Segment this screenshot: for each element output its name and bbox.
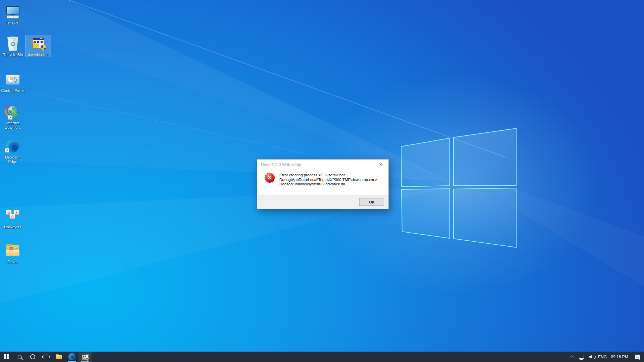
recycle-glyph: ♻ <box>7 40 19 48</box>
clock[interactable]: 09:16 PM <box>608 352 631 362</box>
icon-label: dxwebsetup <box>25 53 51 57</box>
volume-button[interactable] <box>586 352 596 362</box>
file-explorer-button[interactable] <box>52 352 65 362</box>
gear-icon: ⚙ <box>30 40 34 45</box>
dialog-titlebar[interactable]: DirectX 9.0 Web setup <box>257 160 388 170</box>
directx-setup-error-dialog: DirectX 9.0 Web setup × × Error creating… <box>257 159 389 209</box>
edge-icon: ↗ <box>0 138 25 154</box>
edge-taskbar-button[interactable] <box>65 352 78 362</box>
error-message: Error creating process <C:\Users\Phat Du… <box>279 173 379 187</box>
edge-icon <box>68 353 75 360</box>
desktop-icon-microsoft-edge[interactable]: ↗ Microsoft Edge <box>0 137 25 164</box>
desktop-icon-unikey[interactable]: u i n UniKeyNT <box>0 207 25 229</box>
action-center-icon <box>635 355 640 359</box>
action-center-button[interactable] <box>631 352 644 362</box>
desktop-wallpaper: This PC ♻ Recycle Bin ⚙ <box>0 0 644 362</box>
taskbar: ENG 09:16 PM <box>0 352 644 362</box>
close-icon[interactable]: × <box>373 160 388 169</box>
error-message-line: Error creating process <C:\Users\Phat <box>279 173 379 178</box>
icon-label: Internet Downlo... <box>0 121 25 130</box>
security-shield-icon <box>41 45 46 51</box>
search-button[interactable] <box>13 352 26 362</box>
ok-button[interactable]: OK <box>359 198 384 206</box>
windows-logo-icon <box>4 354 9 360</box>
icon-label: Recycle Bin <box>0 53 25 57</box>
installer-icon <box>82 353 88 361</box>
network-icon <box>579 355 584 359</box>
language-label: ENG <box>598 355 607 359</box>
cortana-button[interactable] <box>26 352 39 362</box>
start-button[interactable] <box>0 352 13 362</box>
icon-label: UniKeyNT <box>0 225 25 229</box>
control-panel-icon <box>0 71 25 87</box>
error-message-line: Reason: indows\system32\advpack.dll <box>279 182 379 187</box>
shortcut-arrow-icon: ↗ <box>5 148 9 153</box>
shortcut-arrow-icon: ↗ <box>8 115 12 120</box>
hidden-icons-button[interactable] <box>567 352 576 362</box>
network-button[interactable] <box>576 352 586 362</box>
dxwebsetup-icon: ⚙ <box>25 36 51 52</box>
keycap-n: n <box>9 214 15 219</box>
desktop-icon-recycle-bin[interactable]: ♻ Recycle Bin <box>0 35 25 57</box>
desktop-icon-dxwebsetup[interactable]: ⚙ dxwebsetup <box>25 35 51 57</box>
desktop-icon-this-pc[interactable]: This PC <box>0 3 25 25</box>
cortana-ring-icon <box>30 354 35 359</box>
desktop-icon-control-panel[interactable]: Control Panel <box>0 71 25 93</box>
dialog-title: DirectX 9.0 Web setup <box>261 162 301 167</box>
language-indicator[interactable]: ENG <box>596 352 608 362</box>
desktop-icon-driver[interactable]: ★ Driver <box>0 242 25 264</box>
sparkle-star-icon: ★ <box>14 246 18 251</box>
this-pc-icon <box>0 4 25 20</box>
search-icon <box>18 355 22 359</box>
task-view-icon <box>44 355 48 359</box>
idm-icon: ↗ <box>0 104 25 120</box>
folder-icon <box>56 354 62 359</box>
recycle-bin-icon: ♻ <box>0 36 25 52</box>
task-view-button[interactable] <box>39 352 52 362</box>
unikey-icon: u i n <box>0 208 25 224</box>
error-message-line: Duong\AppData\Local\Temp\IXP000.TMP\dxws… <box>279 178 379 182</box>
icon-label: Driver <box>0 260 25 264</box>
system-tray: ENG 09:16 PM <box>567 352 644 362</box>
time-label: 09:16 PM <box>611 355 628 359</box>
icon-label: Microsoft Edge <box>0 155 25 164</box>
dialog-footer: OK <box>257 195 388 209</box>
dxwebsetup-taskbar-button[interactable] <box>78 352 92 362</box>
desktop-icon-internet-download-manager[interactable]: ↗ Internet Downlo... <box>0 103 25 130</box>
driver-folder-icon: ★ <box>0 243 25 259</box>
error-icon: × <box>265 173 275 183</box>
icon-label: This PC <box>0 21 25 25</box>
volume-icon <box>589 355 594 359</box>
chevron-up-icon <box>570 355 573 359</box>
icon-label: Control Panel <box>0 88 25 93</box>
